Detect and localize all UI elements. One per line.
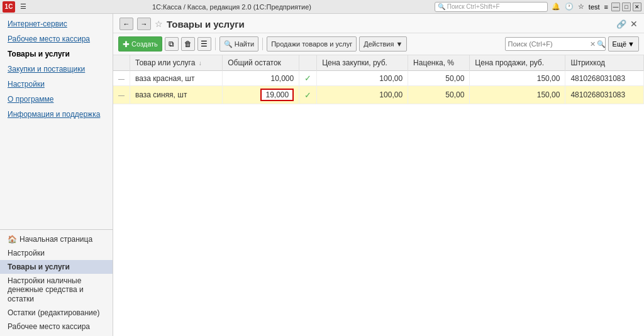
highlighted-stock-cell[interactable]: 19,000 xyxy=(260,89,294,101)
col-purchase-price-label: Цена закупки, руб. xyxy=(322,58,387,67)
sidebar-bottom-cash-settings[interactable]: Настройки наличные денежные средства и о… xyxy=(0,274,113,306)
sidebar-item-about[interactable]: О программе xyxy=(0,92,113,107)
sidebar-bottom-home[interactable]: 🏠 Начальная страница xyxy=(0,232,113,246)
sales-button-label: Продажи товаров и услуг xyxy=(271,40,352,48)
back-button[interactable]: ← xyxy=(119,18,133,30)
row-2-barcode[interactable]: 4810268031083 xyxy=(565,86,644,104)
row-1-sale-price[interactable]: 150,00 xyxy=(470,71,565,86)
col-header-active xyxy=(299,55,317,71)
minimize-button[interactable]: — xyxy=(611,3,620,11)
title-bar-actions: 🔔 🕐 ☆ test ≡ — □ ✕ xyxy=(550,3,641,11)
toolbar-icon-1[interactable]: ⧉ xyxy=(165,37,179,51)
row-2-purchase-price[interactable]: 100,00 xyxy=(317,86,408,104)
col-header-name[interactable]: Товар или услуга ↓ xyxy=(130,55,223,71)
col-barcode-label: Штрихкод xyxy=(570,58,605,67)
forward-button[interactable]: → xyxy=(137,18,151,30)
hamburger-menu[interactable]: ☰ xyxy=(18,3,29,11)
title-bar-menu[interactable]: ☰ xyxy=(18,3,29,11)
content-close-button[interactable]: ✕ xyxy=(630,19,638,29)
favorite-button[interactable]: ☆ xyxy=(155,19,163,29)
table-row[interactable]: — ваза синяя, шт 19,000 ✓ 100,00 50,00 1… xyxy=(113,86,644,104)
row-2-name[interactable]: ваза синяя, шт xyxy=(130,86,223,104)
sidebar-item-info-support[interactable]: Информация и поддержка xyxy=(0,107,113,122)
row-1-name[interactable]: ваза красная, шт xyxy=(130,71,223,86)
sidebar: Интернет-сервис Рабочее место кассира То… xyxy=(0,14,113,336)
sidebar-bottom-settings[interactable]: Настройки xyxy=(0,246,113,260)
sidebar-bottom-cash-label: Настройки наличные денежные средства и о… xyxy=(8,276,105,303)
actions-button-label: Действия xyxy=(364,40,394,48)
search-magnifier-icon[interactable]: 🔍 xyxy=(597,40,606,48)
table-container: Товар или услуга ↓ Общий остаток Цена за… xyxy=(113,55,644,336)
find-button-label: Найти xyxy=(235,40,254,48)
sidebar-item-internet-service[interactable]: Интернет-сервис xyxy=(0,16,113,31)
table-row[interactable]: — ваза красная, шт 10,000 ✓ 100,00 50,00… xyxy=(113,71,644,86)
row-1-active: ✓ xyxy=(299,71,317,86)
sidebar-bottom: 🏠 Начальная страница Настройки Товары и … xyxy=(0,229,113,336)
sidebar-item-cashier-workplace[interactable]: Рабочее место кассира xyxy=(0,31,113,46)
col-header-purchase-price[interactable]: Цена закупки, руб. xyxy=(317,55,408,71)
sidebar-item-goods-services[interactable]: Товары и услуги xyxy=(0,46,113,62)
row-2-icon: — xyxy=(118,92,125,99)
sidebar-item-settings[interactable]: Настройки xyxy=(0,77,113,92)
search-clear-icon[interactable]: ✕ xyxy=(590,40,596,48)
row-1-icon-cell: — xyxy=(113,71,130,86)
col-sale-price-label: Цена продажи, руб. xyxy=(475,58,544,67)
row-2-sale-price[interactable]: 150,00 xyxy=(470,86,565,104)
goods-table: Товар или услуга ↓ Общий остаток Цена за… xyxy=(113,55,644,104)
row-1-barcode[interactable]: 4810268031083 xyxy=(565,71,644,86)
toolbar-separator-2 xyxy=(262,38,263,50)
search-input[interactable] xyxy=(508,40,590,48)
toolbar-icon-3[interactable]: ☰ xyxy=(197,37,211,51)
sidebar-item-purchases[interactable]: Закупки и поставщики xyxy=(0,62,113,77)
find-icon: 🔍 xyxy=(224,40,233,48)
content-header: ← → ☆ Товары и услуги 🔗 ✕ xyxy=(113,14,644,33)
title-bar: 1C ☰ 1С:Касса / Касса, редакция 2.0 (1С:… xyxy=(0,0,644,14)
user-menu-icon[interactable]: ≡ xyxy=(603,3,609,11)
actions-button[interactable]: Действия ▼ xyxy=(359,36,407,51)
more-button-label: Ещё xyxy=(613,40,627,48)
sidebar-bottom-goods-label: Товары и услуги xyxy=(8,263,70,271)
row-1-markup[interactable]: 50,00 xyxy=(408,71,470,86)
col-header-stock[interactable]: Общий остаток xyxy=(223,55,299,71)
more-button[interactable]: Ещё ▼ xyxy=(608,36,639,51)
maximize-button[interactable]: □ xyxy=(622,3,631,11)
actions-arrow-icon: ▼ xyxy=(396,40,402,48)
more-arrow-icon: ▼ xyxy=(628,40,635,48)
sales-button[interactable]: Продажи товаров и услуг xyxy=(267,36,357,51)
find-button[interactable]: 🔍 Найти xyxy=(219,36,258,51)
toolbar: ✚ Создать ⧉ 🗑 ☰ 🔍 Найти Продажи товаров … xyxy=(113,33,644,55)
sidebar-bottom-cashier[interactable]: Рабочее место кассира xyxy=(0,320,113,333)
link-icon[interactable]: 🔗 xyxy=(616,19,626,29)
sidebar-bottom-cashier-label: Рабочее место кассира xyxy=(8,322,90,331)
app-logo: 1C xyxy=(3,1,15,13)
col-header-sale-price[interactable]: Цена продажи, руб. xyxy=(470,55,565,71)
col-header-select xyxy=(113,55,130,71)
sidebar-bottom-goods[interactable]: Товары и услуги xyxy=(0,260,113,274)
close-window-button[interactable]: ✕ xyxy=(633,3,641,11)
col-name-label: Товар или услуга xyxy=(135,58,195,67)
row-1-purchase-price[interactable]: 100,00 xyxy=(317,71,408,86)
toolbar-separator-1 xyxy=(215,38,216,50)
col-header-markup[interactable]: Наценка, % xyxy=(408,55,470,71)
row-2-markup[interactable]: 50,00 xyxy=(408,86,470,104)
col-header-barcode[interactable]: Штрихкод xyxy=(565,55,644,71)
sidebar-bottom-balances[interactable]: Остатки (редактирование) xyxy=(0,306,113,320)
row-2-stock: 19,000 xyxy=(223,86,299,104)
search-icon: 🔍 xyxy=(438,3,445,10)
sidebar-bottom-settings-label: Настройки xyxy=(8,249,45,257)
row-2-active: ✓ xyxy=(299,86,317,104)
toolbar-icon-2[interactable]: 🗑 xyxy=(181,37,195,51)
favorites-icon[interactable]: ☆ xyxy=(577,3,586,11)
global-search-placeholder: Поиск Ctrl+Shift+F xyxy=(447,3,500,10)
global-search[interactable]: 🔍 Поиск Ctrl+Shift+F xyxy=(435,2,548,12)
create-button[interactable]: ✚ Создать xyxy=(118,36,162,51)
bell-icon[interactable]: 🔔 xyxy=(550,3,562,11)
sidebar-top: Интернет-сервис Рабочее место кассира То… xyxy=(0,14,113,229)
sidebar-bottom-balances-label: Остатки (редактирование) xyxy=(8,308,100,317)
plus-icon: ✚ xyxy=(123,40,130,49)
sort-arrow-icon[interactable]: ↓ xyxy=(199,60,202,67)
row-1-stock-value: 10,000 xyxy=(270,74,294,83)
user-name: test xyxy=(587,3,601,11)
history-icon[interactable]: 🕐 xyxy=(564,3,575,11)
search-field[interactable]: ✕ 🔍 xyxy=(505,37,606,51)
